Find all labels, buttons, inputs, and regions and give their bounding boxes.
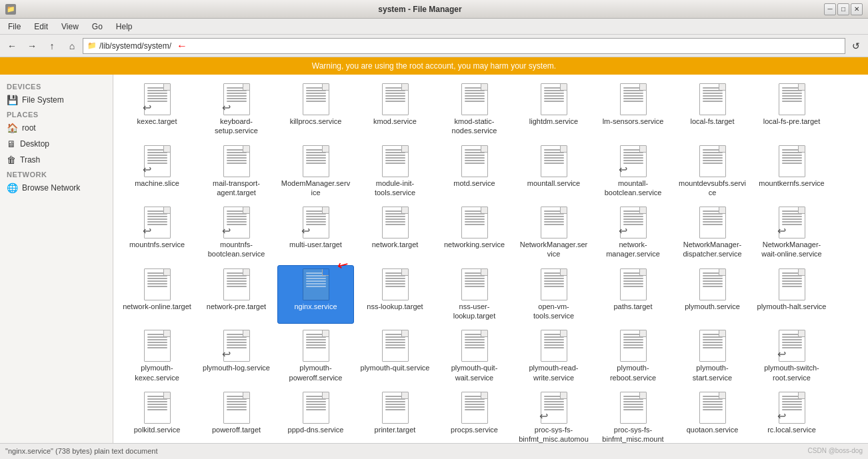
file-item[interactable]: mail-transport-agent.target <box>198 142 275 201</box>
doc-line <box>227 95 247 97</box>
doc-fold <box>322 207 329 214</box>
up-button[interactable]: ↑ <box>43 37 61 55</box>
file-item[interactable]: quotaon.service <box>674 388 751 443</box>
forward-button[interactable]: → <box>23 37 41 55</box>
file-item[interactable]: nss-lookup.target <box>357 265 433 324</box>
file-item[interactable]: nss-user-lookup.target <box>436 265 513 324</box>
file-item[interactable]: ↩mountall-bootclean.service <box>595 142 671 201</box>
file-item[interactable]: proc-sys-fs-binfmt_misc.mount <box>595 388 671 443</box>
file-item[interactable]: plymouth-kexec.service <box>119 326 195 386</box>
file-item[interactable]: plymouth-poweroff.service <box>277 326 354 386</box>
file-item[interactable]: plymouth-quit-wait.service <box>436 326 513 386</box>
file-label: nss-lookup.target <box>367 302 423 311</box>
file-item[interactable]: printer.target <box>357 388 433 443</box>
file-item[interactable]: plymouth.service <box>674 265 751 324</box>
file-item[interactable]: mountkernfs.service <box>753 142 830 201</box>
window-controls[interactable]: ─ □ ✕ <box>824 3 863 15</box>
root-icon: 🏠 <box>7 123 18 133</box>
file-item[interactable]: motd.service <box>436 142 513 201</box>
file-item[interactable]: ↩plymouth-switch-root.service <box>753 326 830 386</box>
sidebar-item-filesystem[interactable]: 💾 File System <box>0 92 113 108</box>
sidebar-item-trash[interactable]: 🗑 Trash <box>0 152 113 168</box>
file-item[interactable]: open-vm-tools.service <box>515 265 592 324</box>
file-item[interactable]: plymouth-read-write.service <box>515 326 592 386</box>
file-item[interactable]: kmod.service <box>357 80 433 139</box>
file-label: open-vm-tools.service <box>519 302 589 321</box>
file-area[interactable]: ↩kexec.target↩keyboard-setup.servicekill… <box>113 75 868 443</box>
doc-line <box>306 160 326 161</box>
sidebar-item-browse-network[interactable]: 🌐 Browse Network <box>0 180 113 196</box>
file-item[interactable]: paths.target <box>595 265 671 324</box>
file-item[interactable]: network-online.target <box>119 265 195 324</box>
home-button[interactable]: ⌂ <box>63 37 81 55</box>
document-icon <box>541 268 567 300</box>
file-item[interactable]: ModemManager.service <box>277 142 354 201</box>
file-item[interactable]: ↩rc.local.service <box>753 388 830 443</box>
file-icon-wrapper <box>141 268 173 300</box>
file-icon-wrapper <box>617 330 649 362</box>
file-item[interactable]: module-init-tools.service <box>357 142 433 201</box>
file-item[interactable]: networking.service <box>436 203 513 262</box>
file-item[interactable]: ↩multi-user.target <box>277 203 354 262</box>
file-item[interactable]: lm-sensors.service <box>595 80 671 139</box>
file-label: kmod.service <box>373 117 417 126</box>
file-item[interactable]: polkitd.service <box>119 388 195 443</box>
menu-go[interactable]: Go <box>87 21 108 33</box>
menu-file[interactable]: File <box>3 21 26 33</box>
file-item[interactable]: network.target <box>357 203 433 262</box>
file-item[interactable]: ↩mountnfs-bootclean.service <box>198 203 275 262</box>
file-item[interactable]: ↩proc-sys-fs-binfmt_misc.automount <box>515 388 592 443</box>
file-item[interactable]: local-fs.target <box>674 80 751 139</box>
desktop-icon: 🖥 <box>7 139 16 149</box>
file-item[interactable]: pppd-dns.service <box>277 388 354 443</box>
file-icon-wrapper <box>300 392 332 424</box>
minimize-button[interactable]: ─ <box>824 3 836 15</box>
file-item[interactable]: NetworkManager-dispatcher.service <box>674 203 751 262</box>
doc-line <box>227 344 247 346</box>
file-item[interactable]: kmod-static-nodes.service <box>436 80 513 139</box>
back-button[interactable]: ← <box>3 37 21 55</box>
file-item[interactable]: procps.service <box>436 388 513 443</box>
file-item[interactable]: network-pre.target <box>198 265 275 324</box>
doc-fold <box>322 269 329 276</box>
doc-line <box>782 160 802 161</box>
file-icon-wrapper <box>538 268 570 300</box>
file-item[interactable]: poweroff.target <box>198 388 275 443</box>
file-item[interactable]: ↩keyboard-setup.service <box>198 80 275 139</box>
file-item[interactable]: mountall.service <box>515 142 592 201</box>
doc-fold <box>163 146 170 153</box>
file-item[interactable]: ↩NetworkManager-wait-online.service <box>753 203 830 262</box>
file-label: local-fs-pre.target <box>763 117 821 126</box>
file-item[interactable]: plymouth-start.service <box>674 326 751 386</box>
reload-button[interactable]: ↺ <box>847 37 865 55</box>
file-item[interactable]: ↩kexec.target <box>119 80 195 139</box>
doc-line <box>385 344 405 346</box>
file-item[interactable]: plymouth-halt.service <box>753 265 830 324</box>
maximize-button[interactable]: □ <box>837 3 849 15</box>
menu-edit[interactable]: Edit <box>29 21 53 33</box>
file-item[interactable]: mountdevsubfs.service <box>674 142 751 201</box>
doc-line <box>782 283 802 284</box>
doc-line <box>385 216 405 217</box>
file-item[interactable]: ↩network-manager.service <box>595 203 671 262</box>
file-item[interactable]: ↙nginx.service <box>277 265 354 324</box>
menu-help[interactable]: Help <box>111 21 138 33</box>
file-icon-wrapper <box>379 392 411 424</box>
file-item[interactable]: NetworkManager.service <box>515 203 592 262</box>
file-item[interactable]: local-fs-pre.target <box>753 80 830 139</box>
close-button[interactable]: ✕ <box>851 3 863 15</box>
file-item[interactable]: lightdm.service <box>515 80 592 139</box>
file-item[interactable]: ↩machine.slice <box>119 142 195 201</box>
file-item[interactable]: plymouth-quit.service <box>357 326 433 386</box>
doc-line <box>623 401 643 402</box>
file-item[interactable]: killprocs.service <box>277 80 354 139</box>
file-item[interactable]: plymouth-reboot.service <box>595 326 671 386</box>
sidebar-item-root[interactable]: 🏠 root <box>0 120 113 136</box>
file-item[interactable]: ↩plymouth-log.service <box>198 326 275 386</box>
file-icon-wrapper <box>459 392 491 424</box>
file-icon-wrapper <box>617 392 649 424</box>
menu-view[interactable]: View <box>56 21 84 33</box>
sidebar-item-desktop[interactable]: 🖥 Desktop <box>0 136 113 152</box>
address-bar[interactable]: 📁 /lib/systemd/system/ ← <box>83 38 845 54</box>
file-item[interactable]: ↩mountnfs.service <box>119 203 195 262</box>
